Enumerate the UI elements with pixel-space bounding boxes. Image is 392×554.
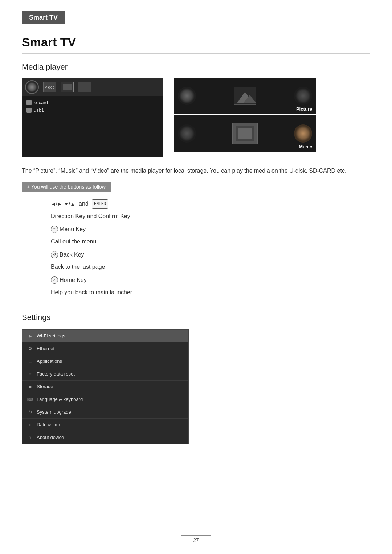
back-to-last-page-label: Back to the last page bbox=[51, 261, 105, 273]
music-thumb-right bbox=[294, 124, 312, 143]
settings-item-applications[interactable]: ▭ Applications bbox=[22, 355, 188, 368]
page-footer: 27 bbox=[0, 535, 392, 543]
settings-item-about[interactable]: ℹ About device bbox=[22, 431, 188, 444]
settings-item-factory-reset[interactable]: ≡ Factory data reset bbox=[22, 368, 188, 381]
media-screenshots: Video sdcard usb1 bbox=[22, 78, 370, 157]
help-back-label: Help you back to main launcher bbox=[51, 287, 132, 298]
media-player-screenshot-left: Video sdcard usb1 bbox=[22, 78, 163, 157]
settings-section-heading: Settings bbox=[22, 313, 370, 322]
storage-label: Storage bbox=[37, 384, 53, 389]
music-screenshot: Music bbox=[174, 115, 316, 152]
key-row-back: ↺ Back Key bbox=[51, 249, 370, 260]
media-section-heading: Media player bbox=[22, 62, 370, 72]
hint-bar: + You will use the buttons as follow bbox=[22, 182, 111, 192]
language-label: Language & keyboard bbox=[37, 397, 83, 402]
picture-screenshot: Picture bbox=[174, 78, 316, 114]
menu-key-name: Menu Key bbox=[60, 223, 86, 235]
wifi-icon: ▶ bbox=[27, 333, 33, 339]
call-out-menu-label: Call out the menu bbox=[51, 236, 96, 247]
applications-icon: ▭ bbox=[27, 358, 33, 364]
and-text: and bbox=[79, 198, 89, 210]
svg-rect-8 bbox=[238, 128, 252, 139]
settings-item-ethernet[interactable]: ⚙ Ethernet bbox=[22, 342, 188, 355]
direction-key-label: Direction Key and Confirm Key bbox=[51, 210, 130, 222]
back-key-name: Back Key bbox=[60, 249, 84, 260]
media-description: The “Picture”, “Music” and “Video” are t… bbox=[22, 166, 356, 176]
source-list: sdcard usb1 bbox=[22, 96, 163, 116]
menu-key-icon: ≡ bbox=[51, 226, 58, 233]
svg-rect-3 bbox=[63, 84, 72, 90]
settings-item-wifi[interactable]: ▶ Wi-Fi settings bbox=[22, 330, 188, 342]
ethernet-label: Ethernet bbox=[37, 346, 54, 351]
video-icon: Video bbox=[43, 82, 56, 92]
factory-reset-label: Factory data reset bbox=[37, 371, 75, 377]
source-sdcard: sdcard bbox=[26, 100, 159, 105]
system-upgrade-icon: ↻ bbox=[27, 409, 33, 415]
settings-item-datetime[interactable]: ○ Date & time bbox=[22, 419, 188, 431]
music-thumb-center bbox=[232, 123, 258, 144]
settings-item-system-upgrade[interactable]: ↻ System upgrade bbox=[22, 406, 188, 419]
picture-label: Picture bbox=[296, 106, 312, 112]
disc-icon bbox=[25, 80, 39, 94]
direction-arrows: ◄/► ▼/▲ bbox=[51, 199, 75, 209]
about-icon: ℹ bbox=[27, 435, 33, 440]
settings-item-storage[interactable]: ■ Storage bbox=[22, 381, 188, 393]
enter-key: ENTER bbox=[92, 199, 108, 209]
storage-icon: ■ bbox=[27, 384, 33, 390]
media-top-bar: Video bbox=[22, 78, 163, 96]
home-key-name: Home Key bbox=[60, 274, 87, 286]
key-row-home-label: Help you back to main launcher bbox=[51, 287, 370, 298]
header-tab: Smart TV bbox=[22, 11, 65, 24]
key-row-direction-label: Direction Key and Confirm Key bbox=[51, 210, 370, 222]
datetime-label: Date & time bbox=[37, 422, 61, 427]
picture-thumb-left bbox=[178, 87, 196, 105]
music-thumb-left bbox=[178, 124, 196, 143]
key-row-menu: ≡ Menu Key bbox=[51, 223, 370, 235]
img-icon bbox=[78, 82, 91, 92]
home-key-icon: ⌂ bbox=[51, 276, 58, 284]
key-row-home: ⌂ Home Key bbox=[51, 274, 370, 286]
back-key-icon: ↺ bbox=[51, 251, 58, 258]
music-label: Music bbox=[299, 144, 312, 149]
media-player-screenshot-right: Picture Music bbox=[174, 78, 316, 152]
ethernet-icon: ⚙ bbox=[27, 346, 33, 352]
page-number: 27 bbox=[193, 537, 199, 543]
footer-line bbox=[181, 535, 211, 536]
page-title: Smart TV bbox=[22, 35, 370, 54]
datetime-icon: ○ bbox=[27, 422, 33, 428]
svg-text:Video: Video bbox=[45, 85, 54, 89]
film-icon bbox=[61, 82, 74, 92]
factory-reset-icon: ≡ bbox=[27, 371, 33, 377]
key-instructions: ◄/► ▼/▲ and ENTER Direction Key and Conf… bbox=[51, 198, 370, 298]
wifi-label: Wi-Fi settings bbox=[37, 333, 65, 338]
key-row-back-label: Back to the last page bbox=[51, 261, 370, 273]
usb-icon bbox=[26, 108, 32, 113]
settings-menu: ▶ Wi-Fi settings ⚙ Ethernet ▭ Applicatio… bbox=[22, 329, 189, 444]
settings-item-language[interactable]: ⌨ Language & keyboard bbox=[22, 393, 188, 406]
system-upgrade-label: System upgrade bbox=[37, 409, 71, 415]
picture-thumb-right bbox=[294, 87, 312, 105]
about-label: About device bbox=[37, 435, 64, 440]
applications-label: Applications bbox=[37, 358, 62, 364]
key-row-direction: ◄/► ▼/▲ and ENTER bbox=[51, 198, 370, 210]
language-icon: ⌨ bbox=[27, 397, 33, 402]
source-usb1: usb1 bbox=[26, 107, 159, 113]
sdcard-icon bbox=[26, 100, 32, 105]
picture-thumb-center bbox=[234, 87, 256, 105]
key-row-menu-label: Call out the menu bbox=[51, 236, 370, 247]
